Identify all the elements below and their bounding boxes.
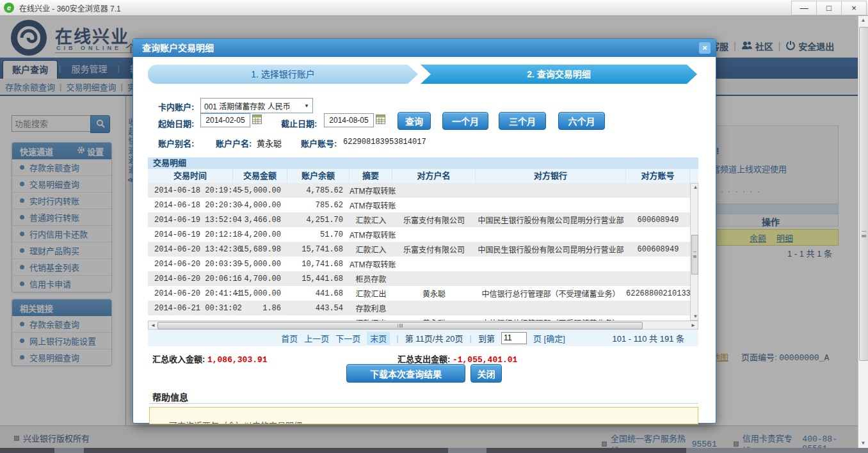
next-page-link[interactable]: 下一页 — [335, 332, 360, 344]
modal-close-action-button[interactable]: 关闭 — [470, 364, 502, 383]
table-row[interactable]: 2014-06-20 20:06:164,700.0015,441.68柜员存款 — [148, 271, 690, 286]
scroll-up-icon[interactable]: ▲ — [858, 17, 868, 23]
first-page-link[interactable]: 首页 — [281, 332, 298, 344]
quick-access-box: 快速通道 设置 存款余额查询交易明细查询实时行内转账普通跨行转账行内信用卡还款理… — [12, 142, 112, 292]
table-row[interactable]: 2014-06-18 20:19:45-5,000.004,785.62ATM存… — [148, 183, 690, 198]
notice-fragment: 富频道上线欢迎使用 — [712, 163, 787, 175]
table-row[interactable]: 2014-06-21 00:31:021.86443.54存款利息 — [148, 301, 690, 315]
copyright-text: 兴业银行版权所有 — [23, 432, 90, 444]
taskbar-sliver — [0, 448, 868, 453]
quick-settings-button[interactable]: 设置 — [77, 145, 104, 157]
table-row[interactable]: 2014-06-20 20:03:39-5,000.0010,741.68ATM… — [148, 257, 690, 271]
close-button[interactable]: × — [842, 1, 867, 15]
sidebar-item-4[interactable]: 行内信用卡还款 — [12, 226, 111, 242]
download-results-button[interactable]: 下载本次查询结果 — [346, 364, 465, 383]
start-date-input[interactable] — [200, 113, 250, 127]
hotline-label: 全国统一客户服务热线: — [611, 432, 688, 448]
table-vscroll-thumb[interactable] — [691, 235, 698, 274]
scroll-left-icon[interactable]: ◄ — [150, 321, 156, 330]
account-row-highlighted: 余额明细 — [704, 229, 839, 246]
sidebar-item-2[interactable]: 实时行内转账 — [12, 193, 111, 209]
last-page-link[interactable]: 末页 — [367, 331, 390, 345]
step-query-detail: 2. 查询交易明细 — [421, 65, 697, 84]
subnav-item-0[interactable]: 存款余额查询 — [5, 81, 55, 93]
card-account-select[interactable]: 001 活期储蓄存款 人民币 ▼ — [200, 98, 313, 113]
scroll-down-icon[interactable]: ▼ — [858, 440, 868, 446]
table-row[interactable]: 2014-06-18 20:20:30-4,000.00785.62ATM存取转… — [148, 198, 690, 212]
sidebar-item-3[interactable]: 普通跨行转账 — [12, 209, 111, 226]
table-row[interactable]: 2014-06-20 20:41:41-15,000.00441.68汇款汇出黄… — [148, 286, 690, 301]
cell: 2014-06-18 20:19:45 — [148, 186, 233, 195]
balance-link[interactable]: 余额 — [750, 232, 766, 244]
cell: 4,700.00 — [233, 274, 287, 283]
detail-link[interactable]: 明细 — [776, 232, 793, 244]
goto-confirm-link[interactable]: 页 [确定] — [533, 332, 565, 344]
cell: -5,000.00 — [233, 186, 287, 195]
header-links: 客服|社区|安全退出 — [711, 40, 854, 52]
cell: 15,741.68 — [287, 245, 350, 254]
search-input[interactable] — [12, 115, 93, 132]
search-button[interactable] — [90, 115, 110, 133]
modal-close-button[interactable]: × — [699, 42, 711, 54]
cell: 6226880021013339 — [626, 289, 690, 298]
subnav-item-1[interactable]: 交易明细查询 — [66, 81, 116, 93]
table-row[interactable]: 2014-06-20 13:42:3615,689.9815,741.68汇款汇… — [148, 242, 690, 257]
cell: 10,741.68 — [287, 260, 350, 269]
accounts-count: 1 - 1 共 1 条 — [704, 247, 832, 259]
help-text-partial: 可查询近两年（含）以内的交易明细 — [169, 419, 302, 424]
calendar-icon[interactable] — [376, 115, 385, 126]
cell: ATM存取转账 — [350, 200, 392, 211]
header-link-divider: | — [778, 41, 781, 51]
related-link-0[interactable]: 存款余额查询 — [12, 316, 111, 333]
sidebar-item-1[interactable]: 交易明细查询 — [12, 176, 111, 193]
cell: -5,000.00 — [233, 260, 287, 269]
sidebar-item-5[interactable]: 理财产品购买 — [12, 242, 111, 259]
browser-vertical-scrollbar[interactable]: ▲ ▼ — [858, 15, 868, 448]
table-row[interactable]: 2014-06-19 13:52:043,466.084,251.70汇款汇入乐… — [148, 212, 690, 227]
calendar-icon[interactable] — [252, 115, 262, 126]
scroll-up-icon[interactable]: ▲ — [691, 184, 700, 190]
table-row[interactable]: 2014-06-19 20:12:18-4,200.0051.70ATM存取转账 — [148, 227, 690, 242]
cell: ATM存取转账 — [350, 185, 392, 196]
cell: 785.62 — [287, 201, 350, 210]
header-link-logout[interactable]: 安全退出 — [785, 40, 834, 52]
account-number-label: 账户账号: — [301, 137, 337, 149]
nav-tab-1[interactable]: 服务管理 — [62, 60, 116, 79]
related-link-2[interactable]: 交易明细查询 — [12, 349, 111, 365]
sidebar-item-6[interactable]: 代销基金列表 — [12, 259, 111, 276]
header-link-community[interactable]: 社区 — [741, 40, 773, 52]
table-row[interactable]: 汇款汇出黄永聪中信银行总行管理部（不受理储蓄业务） — [148, 315, 690, 321]
search-icon — [96, 119, 105, 130]
browser-vscroll-thumb[interactable] — [859, 27, 868, 361]
table-hscroll-thumb[interactable] — [157, 322, 643, 330]
account-name-value: 黄永聪 — [257, 137, 282, 149]
start-date-label: 起始日期: — [158, 117, 194, 129]
end-date-label: 截止日期: — [281, 117, 317, 129]
scroll-down-icon[interactable]: ▼ — [691, 314, 700, 319]
cell: 2014-06-20 13:42:36 — [148, 245, 233, 254]
prev-page-link[interactable]: 上一页 — [304, 332, 329, 344]
table-vertical-scrollbar[interactable]: ▲ ▼ — [690, 183, 698, 321]
card-account-label: 卡内账户: — [158, 100, 194, 113]
one-month-button[interactable]: 一个月 — [442, 112, 488, 130]
query-button[interactable]: 查询 — [398, 112, 431, 130]
end-date-input[interactable] — [324, 113, 374, 127]
three-month-button[interactable]: 三个月 — [499, 112, 546, 130]
scroll-right-icon[interactable]: ► — [691, 321, 696, 330]
maximize-button[interactable]: □ — [817, 1, 842, 15]
window-controls: — □ × — [791, 1, 867, 15]
related-link-1[interactable]: 网上银行功能设置 — [12, 333, 111, 349]
nav-tab-0[interactable]: 账户查询 — [3, 60, 58, 79]
total-income-label: 汇总收入金额: — [152, 354, 205, 364]
six-month-button[interactable]: 六个月 — [558, 112, 605, 130]
cell: 乐富支付有限公司 — [392, 244, 476, 255]
cell: -15,000.00 — [233, 289, 287, 298]
table-horizontal-scrollbar[interactable]: ◄ ► — [148, 321, 698, 330]
goto-page-input[interactable] — [501, 332, 527, 344]
nav-tab-divider: | — [59, 58, 61, 79]
cell: 15,441.68 — [287, 274, 350, 283]
bullet-icon — [734, 441, 739, 447]
minimize-button[interactable]: — — [791, 1, 817, 15]
sidebar-item-0[interactable]: 存款余额查询 — [12, 159, 111, 176]
sidebar-item-7[interactable]: 信用卡申请 — [12, 276, 111, 292]
